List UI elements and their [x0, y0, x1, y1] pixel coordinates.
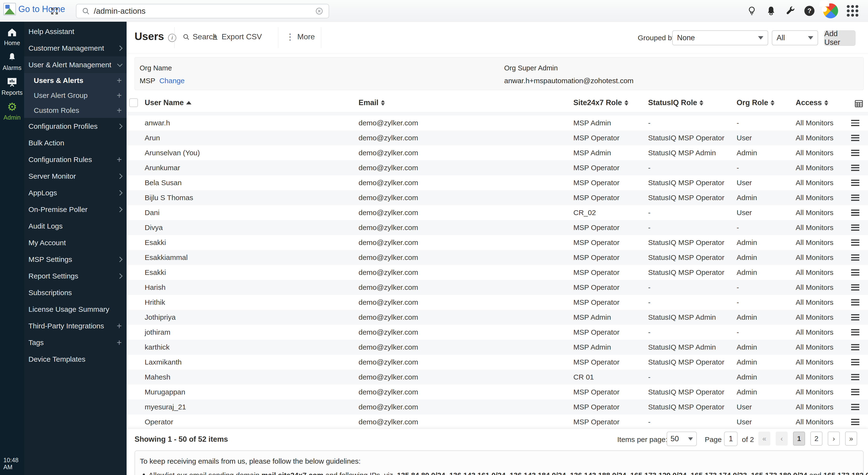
table-row[interactable]: Esakki demo@zylker.com MSP Operator Stat…	[127, 235, 868, 250]
row-actions-icon[interactable]	[851, 150, 859, 156]
avatar[interactable]	[823, 3, 838, 18]
apps-grid-icon[interactable]	[847, 5, 858, 17]
page-button-last[interactable]: »	[845, 432, 857, 446]
grouped-by-select[interactable]: None	[672, 30, 768, 45]
sidebar-item-configuration-rules[interactable]: Configuration Rules +	[24, 151, 127, 168]
global-search-input[interactable]: /admin-actions	[76, 4, 329, 18]
sidebar-item-applogs[interactable]: AppLogs	[24, 185, 127, 201]
sidebar-item-on-premise-poller[interactable]: On-Premise Poller	[24, 201, 127, 218]
table-row[interactable]: Arun demo@zylker.com MSP Operator Status…	[127, 130, 868, 146]
table-row[interactable]: Laxmikanth demo@zylker.com MSP Operator …	[127, 355, 868, 370]
fullscreen-expand-icon[interactable]	[50, 7, 59, 15]
user-filter-select[interactable]: All	[772, 30, 818, 45]
table-row[interactable]: Hrithik demo@zylker.com MSP Operator - -…	[127, 295, 868, 310]
items-per-page-select[interactable]: 50	[667, 432, 697, 446]
sidebar-item-server-monitor[interactable]: Server Monitor	[24, 168, 127, 185]
rail-item-reports[interactable]: Reports	[0, 71, 24, 96]
column-org-role[interactable]: Org Role	[737, 98, 774, 107]
table-row[interactable]: Dani demo@zylker.com CR_02 - User All Mo…	[127, 205, 868, 220]
row-actions-icon[interactable]	[851, 344, 859, 350]
add-user-button[interactable]: Add User	[824, 30, 856, 46]
table-row[interactable]: Divya demo@zylker.com MSP Operator - - A…	[127, 220, 868, 235]
page-button-2[interactable]: 2	[810, 432, 823, 446]
column-user-name[interactable]: User Name	[145, 98, 191, 107]
help-icon[interactable]: ?	[804, 6, 814, 16]
table-row[interactable]: Bijlu S Thomas demo@zylker.com MSP Opera…	[127, 190, 868, 205]
row-actions-icon[interactable]	[851, 135, 859, 141]
more-button[interactable]: ⋮ More	[286, 32, 315, 41]
sidebar-item-bulk-action[interactable]: Bulk Action	[24, 134, 127, 151]
rail-item-home[interactable]: Home	[0, 22, 24, 46]
sidebar-item-third-party-integrations[interactable]: Third-Party Integrations +	[24, 318, 127, 334]
plus-icon[interactable]: +	[117, 338, 122, 347]
column-email[interactable]: Email	[359, 98, 385, 107]
row-actions-icon[interactable]	[851, 224, 859, 231]
column-statusiq-role[interactable]: StatusIQ Role	[648, 98, 703, 107]
plus-icon[interactable]: +	[117, 106, 122, 115]
notification-bell-icon[interactable]	[766, 5, 776, 16]
row-actions-icon[interactable]	[851, 419, 859, 425]
column-settings-icon[interactable]	[854, 99, 864, 108]
table-row[interactable]: Esakkiammal demo@zylker.com MSP Operator…	[127, 250, 868, 265]
sidebar-item-user-alert-group[interactable]: User Alert Group +	[24, 88, 127, 103]
rail-item-alarms[interactable]: Alarms	[0, 46, 24, 71]
sidebar-item-my-account[interactable]: My Account	[24, 234, 127, 251]
column-access[interactable]: Access	[796, 98, 828, 107]
plus-icon[interactable]: +	[117, 322, 122, 330]
sidebar-item-customer-management[interactable]: Customer Management	[24, 40, 127, 56]
table-row[interactable]: Operator demo@zylker.com MSP Operator - …	[127, 414, 868, 429]
row-actions-icon[interactable]	[851, 389, 859, 395]
table-row[interactable]: Harish demo@zylker.com MSP Operator - - …	[127, 280, 868, 295]
rail-item-admin[interactable]: ⚙ Admin	[0, 96, 24, 121]
sidebar-item-subscriptions[interactable]: Subscriptions	[24, 284, 127, 301]
clear-search-icon[interactable]	[315, 7, 323, 15]
table-row[interactable]: Arunselvan (You) demo@zylker.com MSP Adm…	[127, 146, 868, 160]
org-change-link[interactable]: Change	[159, 77, 185, 85]
info-icon[interactable]: i	[168, 34, 176, 42]
plus-icon[interactable]: +	[117, 76, 122, 85]
sidebar-item-audit-logs[interactable]: Audit Logs	[24, 218, 127, 234]
row-actions-icon[interactable]	[851, 299, 859, 306]
row-actions-icon[interactable]	[851, 120, 859, 126]
row-actions-icon[interactable]	[851, 180, 859, 186]
row-actions-icon[interactable]	[851, 329, 859, 336]
table-row[interactable]: Jothipriya demo@zylker.com MSP Admin Sta…	[127, 310, 868, 325]
sidebar-item-license-usage-summary[interactable]: License Usage Summary	[24, 301, 127, 318]
table-row[interactable]: anwar.h demo@zylker.com MSP Admin - - Al…	[127, 116, 868, 130]
sidebar-item-configuration-profiles[interactable]: Configuration Profiles	[24, 118, 127, 134]
table-row[interactable]: Murugappan demo@zylker.com MSP Operator …	[127, 385, 868, 400]
table-row[interactable]: Mahesh demo@zylker.com CR 01 - Admin All…	[127, 370, 868, 385]
sidebar-item-report-settings[interactable]: Report Settings	[24, 267, 127, 284]
lightbulb-icon[interactable]	[746, 5, 757, 16]
sidebar-item-tags[interactable]: Tags +	[24, 334, 127, 351]
table-row[interactable]: myesuraj_21 demo@zylker.com MSP Operator…	[127, 400, 868, 414]
table-row[interactable]: Bela Susan demo@zylker.com MSP Operator …	[127, 175, 868, 190]
page-number-input[interactable]: 1	[724, 432, 738, 446]
row-actions-icon[interactable]	[851, 195, 859, 201]
row-actions-icon[interactable]	[851, 404, 859, 410]
table-row[interactable]: Arunkumar demo@zylker.com MSP Operator -…	[127, 160, 868, 175]
row-actions-icon[interactable]	[851, 210, 859, 216]
org-super-admin-email[interactable]: anwar.h+mspautomation@zohotest.com	[504, 77, 633, 85]
sidebar-item-user-alert-management[interactable]: User & Alert Management	[24, 56, 127, 73]
page-button-1[interactable]: 1	[793, 432, 805, 446]
select-all-checkbox[interactable]	[129, 98, 138, 107]
plus-icon[interactable]: +	[117, 91, 122, 100]
tools-icon[interactable]	[785, 5, 796, 16]
export-csv-button[interactable]: Export CSV	[212, 32, 262, 41]
sidebar-item-device-templates[interactable]: Device Templates	[24, 351, 127, 368]
table-row[interactable]: jothiram demo@zylker.com MSP Operator - …	[127, 325, 868, 340]
sidebar-item-users-alerts[interactable]: Users & Alerts +	[24, 73, 127, 88]
sidebar-item-custom-roles[interactable]: Custom Roles +	[24, 103, 127, 118]
page-button-next[interactable]: ›	[828, 432, 840, 446]
row-actions-icon[interactable]	[851, 269, 859, 276]
table-row[interactable]: Esakki demo@zylker.com MSP Operator Stat…	[127, 265, 868, 280]
row-actions-icon[interactable]	[851, 284, 859, 290]
sidebar-item-msp-settings[interactable]: MSP Settings	[24, 251, 127, 267]
row-actions-icon[interactable]	[851, 254, 859, 261]
column-site24x7-role[interactable]: Site24x7 Role	[574, 98, 628, 107]
sidebar-item-help-assistant[interactable]: Help Assistant	[24, 23, 127, 40]
row-actions-icon[interactable]	[851, 240, 859, 246]
plus-icon[interactable]: +	[117, 155, 122, 164]
row-actions-icon[interactable]	[851, 374, 859, 380]
